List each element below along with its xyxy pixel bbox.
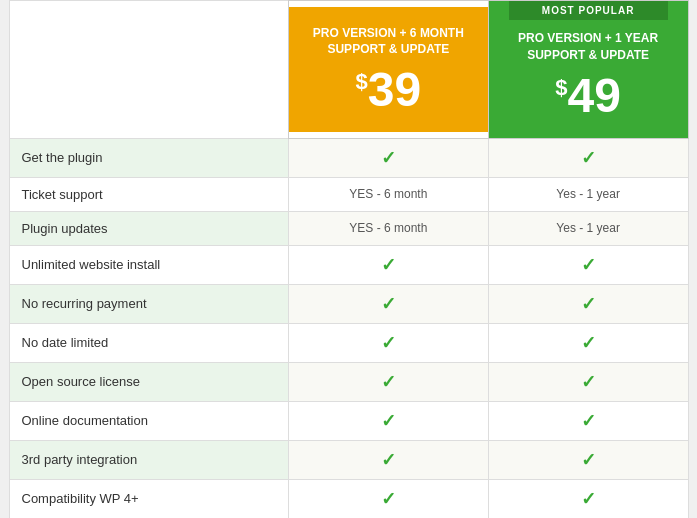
plan-green-price: $49 (509, 72, 668, 120)
feature-label-cell: Unlimited website install (9, 245, 289, 284)
feature-row: Plugin updatesYES - 6 monthYes - 1 year (9, 211, 688, 245)
feature-label-cell: No date limited (9, 323, 289, 362)
check-icon: ✓ (581, 246, 596, 284)
feature-green-cell: ✓ (488, 362, 688, 401)
feature-row: Open source license✓✓ (9, 362, 688, 401)
feature-green-cell: Yes - 1 year (488, 177, 688, 211)
plan-green-header[interactable]: MOST POPULAR PRO VERSION + 1 YEARSUPPORT… (488, 1, 688, 139)
most-popular-badge: MOST POPULAR (509, 1, 668, 20)
feature-gold-cell: ✓ (289, 401, 489, 440)
check-icon: ✓ (381, 324, 396, 362)
feature-green-cell: ✓ (488, 323, 688, 362)
feature-gold-cell: YES - 6 month (289, 211, 489, 245)
feature-row: Get the plugin✓✓ (9, 138, 688, 177)
feature-gold-cell: ✓ (289, 138, 489, 177)
pricing-table: PRO VERSION + 6 MONTHSUPPORT & UPDATE $3… (9, 0, 689, 518)
check-icon: ✓ (581, 285, 596, 323)
feature-green-cell: ✓ (488, 440, 688, 479)
plan-green-title: PRO VERSION + 1 YEARSUPPORT & UPDATE (509, 30, 668, 64)
feature-green-cell: ✓ (488, 245, 688, 284)
feature-green-cell: ✓ (488, 284, 688, 323)
check-icon: ✓ (381, 139, 396, 177)
feature-row: No date limited✓✓ (9, 323, 688, 362)
feature-label-cell: 3rd party integration (9, 440, 289, 479)
feature-green-cell: ✓ (488, 479, 688, 518)
feature-gold-cell: ✓ (289, 284, 489, 323)
feature-green-cell: ✓ (488, 138, 688, 177)
plan-gold-header[interactable]: PRO VERSION + 6 MONTHSUPPORT & UPDATE $3… (289, 1, 489, 139)
feature-row: No recurring payment✓✓ (9, 284, 688, 323)
feature-gold-cell: ✓ (289, 440, 489, 479)
feature-gold-cell: ✓ (289, 362, 489, 401)
empty-header (9, 1, 289, 139)
feature-row: Compatibility WP 4+✓✓ (9, 479, 688, 518)
feature-green-cell: ✓ (488, 401, 688, 440)
feature-gold-cell: YES - 6 month (289, 177, 489, 211)
feature-label-cell: No recurring payment (9, 284, 289, 323)
support-text: Yes - 1 year (556, 213, 620, 243)
feature-gold-cell: ✓ (289, 245, 489, 284)
support-text: YES - 6 month (349, 179, 427, 209)
check-icon: ✓ (381, 441, 396, 479)
feature-row: Ticket supportYES - 6 monthYes - 1 year (9, 177, 688, 211)
feature-row: 3rd party integration✓✓ (9, 440, 688, 479)
feature-row: Online documentation✓✓ (9, 401, 688, 440)
feature-label-cell: Plugin updates (9, 211, 289, 245)
feature-label-cell: Online documentation (9, 401, 289, 440)
plan-gold-price: $39 (309, 66, 468, 114)
feature-label-cell: Open source license (9, 362, 289, 401)
feature-green-cell: Yes - 1 year (488, 211, 688, 245)
plan-gold-title: PRO VERSION + 6 MONTHSUPPORT & UPDATE (309, 25, 468, 59)
check-icon: ✓ (581, 324, 596, 362)
check-icon: ✓ (381, 363, 396, 401)
feature-row: Unlimited website install✓✓ (9, 245, 688, 284)
feature-gold-cell: ✓ (289, 323, 489, 362)
check-icon: ✓ (381, 285, 396, 323)
feature-label-cell: Get the plugin (9, 138, 289, 177)
check-icon: ✓ (381, 480, 396, 518)
check-icon: ✓ (581, 363, 596, 401)
check-icon: ✓ (581, 402, 596, 440)
support-text: YES - 6 month (349, 213, 427, 243)
check-icon: ✓ (581, 441, 596, 479)
feature-label-cell: Compatibility WP 4+ (9, 479, 289, 518)
feature-label-cell: Ticket support (9, 177, 289, 211)
support-text: Yes - 1 year (556, 179, 620, 209)
check-icon: ✓ (581, 139, 596, 177)
check-icon: ✓ (381, 402, 396, 440)
feature-gold-cell: ✓ (289, 479, 489, 518)
check-icon: ✓ (381, 246, 396, 284)
check-icon: ✓ (581, 480, 596, 518)
